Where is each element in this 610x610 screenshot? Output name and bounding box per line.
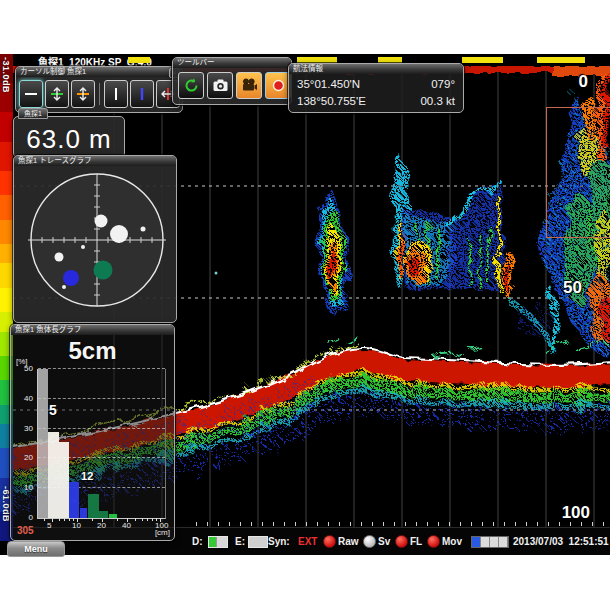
fishfinder-screen: -31.0dB -61.0dB 魚探1 120KHz SP G:4.0 <box>0 54 610 555</box>
trace-graph-panel: 魚探1 トレースグラフ <box>13 155 177 323</box>
movie-capture-button[interactable] <box>236 72 262 99</box>
fish-school-echo <box>393 154 455 290</box>
x-tick-label: 40 <box>122 521 131 530</box>
syn-value: EXT <box>298 536 317 547</box>
datetime: 2013/07/03 12:51:51 <box>513 536 609 547</box>
depth-label-100: 100 <box>562 503 590 523</box>
record-progress-bar <box>471 536 509 548</box>
blue-target <box>63 270 79 286</box>
e-label: E: <box>235 536 245 547</box>
x-axis-unit: [cm] <box>155 528 170 537</box>
time-marker <box>462 57 503 63</box>
speed-value: 00.3 kt <box>420 93 455 110</box>
refresh-icon <box>183 77 200 94</box>
bar-annotation: 12 <box>81 470 93 482</box>
white-target-small <box>62 285 66 289</box>
depth-label-0: 0 <box>579 72 588 92</box>
camera-icon <box>212 77 229 94</box>
x-tick-label: 10 <box>72 521 81 530</box>
histogram-bar <box>99 511 108 518</box>
screenshot-button[interactable] <box>207 72 233 99</box>
time-marker <box>128 57 150 63</box>
fish-school-echo <box>447 181 514 298</box>
histogram-bar <box>59 442 69 518</box>
syn-label: Syn: <box>268 536 290 547</box>
raw-led-icon <box>323 535 336 548</box>
fish-school-echo <box>318 186 350 317</box>
scope-crosshair <box>28 174 166 306</box>
mov-led-icon <box>427 535 440 548</box>
h-line-cursor-icon <box>23 86 39 102</box>
x-minor-tick <box>69 518 70 521</box>
cursor-hline-button[interactable] <box>19 80 43 108</box>
x-minor-tick <box>92 518 93 521</box>
depth-panel-tab[interactable]: 魚探1 <box>18 108 48 119</box>
raw-label: Raw <box>338 536 359 547</box>
cursor-control-titlebar[interactable]: カーソル制御 魚探1 × <box>16 67 182 77</box>
toolbar-titlebar[interactable]: ツールバー <box>173 58 291 68</box>
v-move-orange-cursor-icon <box>75 86 91 102</box>
trace-graph-titlebar[interactable]: 魚探1 トレースグラフ <box>14 156 176 166</box>
histogram-bar <box>69 482 79 518</box>
x-tick-label: 20 <box>97 521 106 530</box>
white-target-small <box>81 245 85 249</box>
grid-line <box>38 428 165 429</box>
x-minor-tick <box>142 518 143 521</box>
bar-annotation: 5 <box>49 402 57 418</box>
histogram-bar <box>80 508 88 518</box>
nav-info-titlebar[interactable]: 航法情報 <box>289 64 463 74</box>
e-indicator <box>248 536 268 548</box>
y-tick-label: 30 <box>17 424 33 433</box>
divider <box>99 83 100 105</box>
y-tick-label: 50 <box>17 364 33 373</box>
histogram-bar <box>48 432 58 518</box>
depth-label-50: 50 <box>563 278 582 298</box>
refresh-button[interactable] <box>178 72 204 99</box>
cursor-vline-blue-button[interactable] <box>130 80 154 108</box>
cursor-vmove-green-button[interactable] <box>45 80 69 108</box>
colorbar-top-label: -31.0dB <box>1 57 11 93</box>
y-tick-label: 40 <box>17 394 33 403</box>
x-minor-tick <box>147 518 148 521</box>
x-minor-tick <box>64 518 65 521</box>
grid-line <box>38 398 165 399</box>
x-minor-tick <box>152 518 153 521</box>
y-tick-label: 0 <box>17 513 33 522</box>
sample-count: 305 <box>17 525 34 536</box>
cursor-control-window: カーソル制御 魚探1 × <box>15 66 183 113</box>
histogram-titlebar[interactable]: 魚探1 魚体長グラフ <box>11 325 174 335</box>
heading-value: 079° <box>431 76 455 93</box>
zoom-selection-rect[interactable] <box>546 107 610 238</box>
grid-line <box>38 368 165 369</box>
x-tick-label: 5 <box>47 521 51 530</box>
fl-led-icon <box>395 535 408 548</box>
latitude-value: 35°01.450'N <box>297 76 360 93</box>
white-target-small <box>141 227 146 232</box>
x-major-tick <box>52 518 53 522</box>
white-target-large <box>110 225 128 243</box>
white-target <box>55 253 64 262</box>
nav-info-title: 航法情報 <box>293 64 323 73</box>
time-marker <box>537 57 585 63</box>
green-target <box>94 261 113 280</box>
record-icon <box>270 77 287 94</box>
histogram-bar <box>38 369 48 518</box>
cursor-vline-button[interactable] <box>104 80 128 108</box>
v-line-cursor-icon <box>108 86 124 102</box>
mean-length-title: 5cm <box>11 337 174 365</box>
sv-label: Sv <box>378 536 390 547</box>
video-camera-icon <box>241 77 258 94</box>
trace-graph-title: 魚探1 トレースグラフ <box>18 156 91 165</box>
y-tick-label: 20 <box>17 453 33 462</box>
depth-value: 63.0 m <box>14 124 124 155</box>
x-minor-tick <box>44 518 45 521</box>
v-line-blue-cursor-icon <box>134 86 150 102</box>
cursor-control-title: カーソル制御 魚探1 <box>20 67 86 76</box>
y-tick-label: 10 <box>17 483 33 492</box>
histogram-plot: 512 <box>37 369 166 519</box>
time-axis-ticks <box>186 522 610 526</box>
sonar-scope[interactable] <box>14 166 174 318</box>
d-label: D: <box>192 536 203 547</box>
cursor-vmove-orange-button[interactable] <box>71 80 95 108</box>
menu-button[interactable]: Menu <box>7 541 65 557</box>
